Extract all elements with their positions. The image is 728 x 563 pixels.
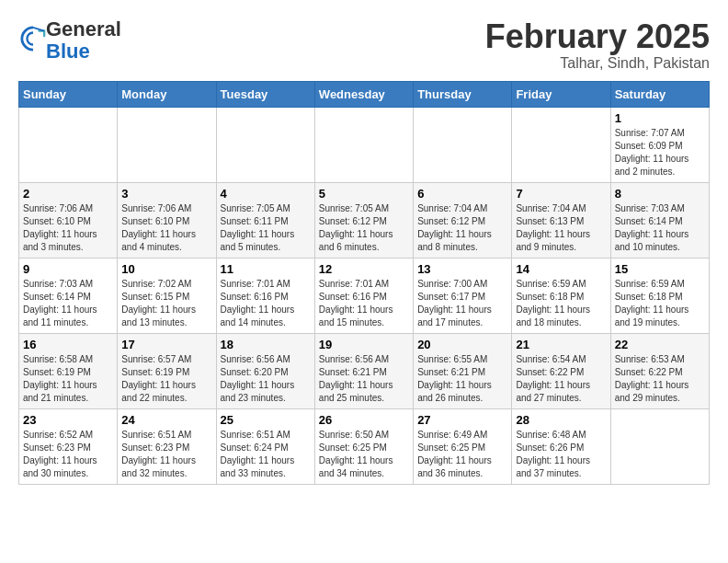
calendar-cell: 12Sunrise: 7:01 AMSunset: 6:16 PMDayligh…	[314, 258, 413, 333]
month-year-title: February 2025	[485, 18, 710, 55]
day-number: 23	[23, 413, 113, 427]
calendar-week-row: 1Sunrise: 7:07 AMSunset: 6:09 PMDaylight…	[19, 107, 710, 182]
calendar-cell: 2Sunrise: 7:06 AMSunset: 6:10 PMDaylight…	[19, 182, 118, 258]
calendar-cell	[512, 107, 610, 182]
calendar-cell: 14Sunrise: 6:59 AMSunset: 6:18 PMDayligh…	[512, 258, 610, 333]
day-info: Sunrise: 7:01 AMSunset: 6:16 PMDaylight:…	[319, 278, 409, 329]
day-info: Sunrise: 7:03 AMSunset: 6:14 PMDaylight:…	[615, 202, 705, 254]
day-number: 18	[221, 338, 311, 351]
calendar-cell: 11Sunrise: 7:01 AMSunset: 6:16 PMDayligh…	[216, 258, 314, 333]
day-number: 2	[23, 187, 113, 201]
day-info: Sunrise: 7:06 AMSunset: 6:10 PMDaylight:…	[23, 202, 113, 254]
day-number: 19	[319, 338, 409, 351]
day-number: 3	[121, 187, 211, 201]
calendar-cell: 23Sunrise: 6:52 AMSunset: 6:23 PMDayligh…	[19, 408, 118, 484]
day-info: Sunrise: 7:02 AMSunset: 6:15 PMDaylight:…	[121, 278, 211, 329]
calendar-cell: 24Sunrise: 6:51 AMSunset: 6:23 PMDayligh…	[118, 408, 216, 484]
day-number: 21	[516, 338, 606, 351]
day-info: Sunrise: 6:59 AMSunset: 6:18 PMDaylight:…	[516, 278, 606, 329]
calendar-cell: 4Sunrise: 7:05 AMSunset: 6:11 PMDaylight…	[216, 182, 314, 258]
calendar-cell: 13Sunrise: 7:00 AMSunset: 6:17 PMDayligh…	[414, 258, 512, 333]
calendar-cell	[610, 408, 709, 484]
calendar-day-header: Wednesday	[314, 81, 413, 107]
day-info: Sunrise: 6:56 AMSunset: 6:21 PMDaylight:…	[319, 353, 409, 405]
day-info: Sunrise: 7:05 AMSunset: 6:12 PMDaylight:…	[319, 202, 409, 254]
day-info: Sunrise: 6:53 AMSunset: 6:22 PMDaylight:…	[615, 353, 705, 405]
calendar-day-header: Saturday	[610, 81, 709, 107]
calendar-cell: 15Sunrise: 6:59 AMSunset: 6:18 PMDayligh…	[610, 258, 709, 333]
day-number: 10	[121, 262, 211, 276]
calendar-cell: 3Sunrise: 7:06 AMSunset: 6:10 PMDaylight…	[118, 182, 216, 258]
day-number: 25	[221, 413, 311, 427]
day-number: 26	[319, 413, 409, 427]
calendar-cell	[19, 107, 118, 182]
calendar-body: 1Sunrise: 7:07 AMSunset: 6:09 PMDaylight…	[19, 107, 710, 484]
day-number: 12	[319, 262, 409, 276]
calendar-week-row: 16Sunrise: 6:58 AMSunset: 6:19 PMDayligh…	[19, 333, 710, 408]
calendar-cell: 26Sunrise: 6:50 AMSunset: 6:25 PMDayligh…	[314, 408, 413, 484]
calendar-cell: 18Sunrise: 6:56 AMSunset: 6:20 PMDayligh…	[216, 333, 314, 408]
day-info: Sunrise: 6:58 AMSunset: 6:19 PMDaylight:…	[23, 353, 113, 405]
day-info: Sunrise: 7:07 AMSunset: 6:09 PMDaylight:…	[615, 127, 705, 178]
day-info: Sunrise: 7:03 AMSunset: 6:14 PMDaylight:…	[23, 278, 113, 329]
calendar-cell: 28Sunrise: 6:48 AMSunset: 6:26 PMDayligh…	[512, 408, 610, 484]
calendar-cell: 27Sunrise: 6:49 AMSunset: 6:25 PMDayligh…	[414, 408, 512, 484]
day-info: Sunrise: 6:54 AMSunset: 6:22 PMDaylight:…	[516, 353, 606, 405]
day-number: 14	[516, 262, 606, 276]
day-info: Sunrise: 6:51 AMSunset: 6:24 PMDaylight:…	[221, 429, 311, 480]
calendar-cell: 7Sunrise: 7:04 AMSunset: 6:13 PMDaylight…	[512, 182, 610, 258]
day-info: Sunrise: 6:50 AMSunset: 6:25 PMDaylight:…	[319, 429, 409, 480]
page-header: General Blue February 2025 Talhar, Sindh…	[18, 18, 710, 72]
calendar-header-row: SundayMondayTuesdayWednesdayThursdayFrid…	[19, 81, 710, 107]
day-info: Sunrise: 7:05 AMSunset: 6:11 PMDaylight:…	[221, 202, 311, 254]
location-text: Talhar, Sindh, Pakistan	[485, 55, 710, 72]
calendar-day-header: Tuesday	[216, 81, 314, 107]
logo-blue: Blue	[46, 40, 90, 63]
calendar-cell: 20Sunrise: 6:55 AMSunset: 6:21 PMDayligh…	[414, 333, 512, 408]
day-number: 9	[23, 262, 113, 276]
calendar-table: SundayMondayTuesdayWednesdayThursdayFrid…	[18, 81, 710, 485]
day-number: 27	[417, 413, 507, 427]
day-info: Sunrise: 6:57 AMSunset: 6:19 PMDaylight:…	[121, 353, 211, 405]
day-info: Sunrise: 7:01 AMSunset: 6:16 PMDaylight:…	[221, 278, 311, 329]
day-number: 22	[615, 338, 705, 351]
calendar-cell	[118, 107, 216, 182]
logo-icon	[20, 26, 46, 52]
calendar-cell: 8Sunrise: 7:03 AMSunset: 6:14 PMDaylight…	[610, 182, 709, 258]
calendar-cell: 19Sunrise: 6:56 AMSunset: 6:21 PMDayligh…	[314, 333, 413, 408]
day-info: Sunrise: 6:59 AMSunset: 6:18 PMDaylight:…	[615, 278, 705, 329]
day-number: 15	[615, 262, 705, 276]
day-number: 13	[417, 262, 507, 276]
day-number: 28	[516, 413, 606, 427]
day-info: Sunrise: 7:04 AMSunset: 6:13 PMDaylight:…	[516, 202, 606, 254]
calendar-cell	[216, 107, 314, 182]
title-block: February 2025 Talhar, Sindh, Pakistan	[485, 18, 710, 72]
calendar-cell: 6Sunrise: 7:04 AMSunset: 6:12 PMDaylight…	[414, 182, 512, 258]
calendar-cell: 1Sunrise: 7:07 AMSunset: 6:09 PMDaylight…	[610, 107, 709, 182]
logo: General Blue	[18, 18, 121, 63]
day-info: Sunrise: 6:55 AMSunset: 6:21 PMDaylight:…	[417, 353, 507, 405]
day-number: 4	[221, 187, 311, 201]
day-number: 1	[615, 111, 705, 125]
day-info: Sunrise: 6:49 AMSunset: 6:25 PMDaylight:…	[417, 429, 507, 480]
day-info: Sunrise: 6:48 AMSunset: 6:26 PMDaylight:…	[516, 429, 606, 480]
day-number: 8	[615, 187, 705, 201]
calendar-cell: 16Sunrise: 6:58 AMSunset: 6:19 PMDayligh…	[19, 333, 118, 408]
calendar-day-header: Friday	[512, 81, 610, 107]
logo-general: General	[46, 17, 121, 40]
day-info: Sunrise: 7:06 AMSunset: 6:10 PMDaylight:…	[121, 202, 211, 254]
calendar-cell: 25Sunrise: 6:51 AMSunset: 6:24 PMDayligh…	[216, 408, 314, 484]
day-number: 24	[121, 413, 211, 427]
calendar-cell: 5Sunrise: 7:05 AMSunset: 6:12 PMDaylight…	[314, 182, 413, 258]
day-number: 11	[221, 262, 311, 276]
day-number: 16	[23, 338, 113, 351]
calendar-day-header: Thursday	[414, 81, 512, 107]
day-info: Sunrise: 6:51 AMSunset: 6:23 PMDaylight:…	[121, 429, 211, 480]
day-info: Sunrise: 6:52 AMSunset: 6:23 PMDaylight:…	[23, 429, 113, 480]
calendar-cell: 22Sunrise: 6:53 AMSunset: 6:22 PMDayligh…	[610, 333, 709, 408]
calendar-cell	[314, 107, 413, 182]
logo-text: General Blue	[46, 18, 121, 63]
day-info: Sunrise: 7:04 AMSunset: 6:12 PMDaylight:…	[417, 202, 507, 254]
calendar-cell: 17Sunrise: 6:57 AMSunset: 6:19 PMDayligh…	[118, 333, 216, 408]
calendar-week-row: 9Sunrise: 7:03 AMSunset: 6:14 PMDaylight…	[19, 258, 710, 333]
